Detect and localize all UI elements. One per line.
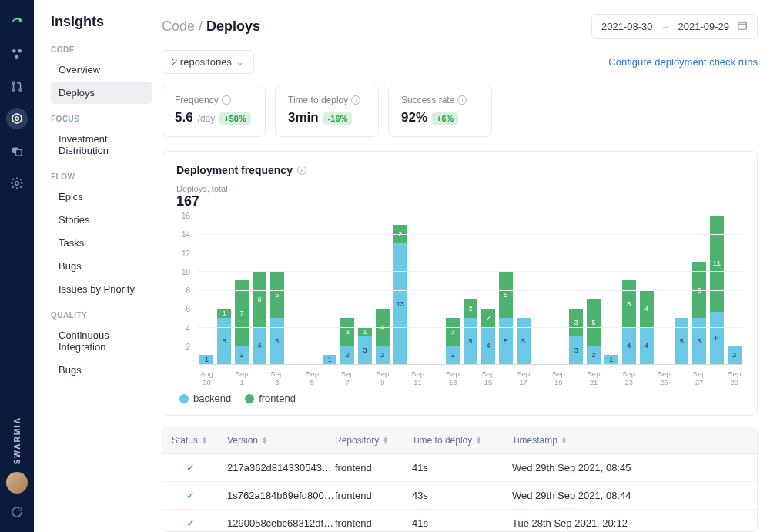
sidebar-item-overview[interactable]: Overview [51, 59, 152, 81]
sidebar-item-issues-by-priority[interactable]: Issues by Priority [51, 278, 152, 300]
breadcrumb-parent[interactable]: Code [162, 18, 195, 34]
info-icon[interactable]: i [222, 95, 231, 105]
sidebar-section-label: CODE [51, 45, 152, 54]
breadcrumb: Code / Deploys [162, 18, 260, 35]
svg-point-3 [12, 82, 15, 84]
cell-repository: frontend [326, 454, 403, 481]
info-icon[interactable]: i [297, 166, 306, 175]
cell-timestamp: Wed 29th Sep 2021, 08:45 [503, 454, 757, 481]
nav-insights-icon[interactable] [6, 108, 28, 129]
sort-icon: ▲▼ [561, 437, 567, 444]
svg-point-6 [12, 114, 22, 123]
th-time-to-deploy[interactable]: Time to deploy▲▼ [403, 427, 503, 453]
svg-point-7 [15, 117, 19, 121]
table-header: Status▲▼Version▲▼Repository▲▼Time to dep… [162, 427, 757, 454]
sidebar-item-tasks[interactable]: Tasks [51, 232, 152, 254]
chart-subtitle: Deploys, total [176, 184, 743, 193]
nav-home-icon[interactable] [6, 43, 28, 65]
info-icon[interactable]: i [457, 95, 467, 105]
brand-wordmark: SWARMIA [13, 417, 22, 464]
status-ok-icon: ✓ [162, 454, 218, 481]
chart-body: 246810121416 151274655123312413223524255… [198, 216, 743, 385]
arrow-right-icon: → [661, 21, 671, 32]
sidebar-item-bugs[interactable]: Bugs [51, 255, 152, 277]
chart-plot: 1512746551233124132235242555332514544556… [198, 216, 743, 365]
svg-point-1 [18, 49, 22, 53]
chart-legend: backendfrontend [176, 393, 743, 404]
sidebar-item-epics[interactable]: Epics [51, 186, 152, 208]
chevron-down-icon: ⌄ [236, 56, 244, 68]
sidebar-section-label: QUALITY [51, 311, 152, 320]
date-from: 2021-08-30 [601, 21, 653, 32]
sidebar-section-label: FOCUS [51, 115, 152, 123]
repository-selector[interactable]: 2 repositories ⌄ [162, 50, 254, 74]
metrics-row: Frequencyi 5.6/day+50%Time to deployi 3m… [162, 85, 758, 137]
th-version[interactable]: Version▲▼ [218, 427, 326, 453]
nav-boards-icon[interactable] [6, 140, 28, 162]
date-range-picker[interactable]: 2021-08-30 → 2021-09-29 [591, 14, 758, 39]
th-repository[interactable]: Repository▲▼ [326, 427, 403, 453]
deploys-table: Status▲▼Version▲▼Repository▲▼Time to dep… [162, 427, 758, 532]
sort-icon: ▲▼ [382, 437, 389, 444]
status-ok-icon: ✓ [162, 482, 218, 509]
nav-settings-icon[interactable] [6, 172, 28, 194]
legend-backend[interactable]: backend [179, 393, 231, 404]
sort-icon: ▲▼ [201, 437, 208, 444]
sync-icon[interactable] [6, 501, 28, 523]
y-axis: 246810121416 [176, 216, 195, 365]
cell-repository: frontend [326, 510, 403, 532]
deployment-frequency-card: Deployment frequency i Deploys, total 16… [162, 151, 758, 416]
legend-frontend[interactable]: frontend [245, 393, 296, 404]
nav-pr-icon[interactable] [6, 75, 28, 97]
calendar-icon [737, 20, 748, 33]
cell-time-to-deploy: 41s [403, 510, 503, 532]
insights-sidebar: Insights CODEOverviewDeploysFOCUSInvestm… [34, 0, 162, 532]
cell-version: 1290058cebc68312df… [218, 510, 326, 532]
sidebar-section-label: FLOW [51, 172, 152, 181]
table-row[interactable]: ✓ 1290058cebc68312df… frontend 41s Tue 2… [162, 510, 757, 532]
chart-title: Deployment frequency i [176, 164, 743, 176]
sidebar-item-continuous-integration[interactable]: Continuous Integration [51, 324, 152, 358]
app-rail: SWARMIA [0, 0, 34, 532]
logo-icon[interactable] [6, 11, 28, 32]
cell-time-to-deploy: 41s [403, 454, 503, 481]
sidebar-item-bugs[interactable]: Bugs [51, 359, 152, 381]
user-avatar[interactable] [6, 472, 28, 494]
info-icon[interactable]: i [351, 95, 360, 105]
chart-total: 167 [176, 193, 743, 209]
svg-rect-9 [16, 150, 22, 156]
cell-version: 217a362d814330543… [218, 454, 326, 481]
svg-point-5 [19, 89, 22, 91]
date-to: 2021-09-29 [678, 21, 730, 32]
metric-frequency[interactable]: Frequencyi 5.6/day+50% [162, 85, 266, 137]
status-ok-icon: ✓ [162, 510, 218, 532]
main-content: Code / Deploys 2021-08-30 → 2021-09-29 2… [162, 0, 770, 532]
topbar: Code / Deploys 2021-08-30 → 2021-09-29 [162, 14, 758, 39]
configure-check-runs-link[interactable]: Configure deployment check runs [608, 56, 758, 68]
th-timestamp[interactable]: Timestamp▲▼ [503, 427, 757, 453]
cell-repository: frontend [326, 482, 403, 509]
metric-success-rate[interactable]: Success ratei 92%+6% [388, 85, 492, 137]
metric-time-to-deploy[interactable]: Time to deployi 3min-16% [275, 85, 379, 137]
cell-version: 1s762a184b69efd800… [218, 482, 326, 509]
th-status[interactable]: Status▲▼ [162, 427, 218, 453]
cell-time-to-deploy: 43s [403, 482, 503, 509]
breadcrumb-current: Deploys [206, 18, 260, 34]
sidebar-item-investment-distribution[interactable]: Investment Distribution [51, 128, 152, 162]
sidebar-item-deploys[interactable]: Deploys [51, 82, 152, 104]
sidebar-item-stories[interactable]: Stories [51, 209, 152, 231]
table-row[interactable]: ✓ 217a362d814330543… frontend 41s Wed 29… [162, 454, 757, 482]
svg-point-10 [15, 182, 19, 186]
svg-rect-11 [738, 22, 747, 29]
sort-icon: ▲▼ [261, 437, 268, 444]
page-title: Insights [51, 14, 152, 30]
table-body: ✓ 217a362d814330543… frontend 41s Wed 29… [162, 454, 757, 532]
cell-timestamp: Tue 28th Sep 2021, 20:12 [503, 510, 757, 532]
x-axis: Aug 30Sep 1Sep 3Sep 5Sep 7Sep 9Sep 11Sep… [198, 365, 743, 385]
svg-point-2 [15, 55, 19, 59]
svg-point-4 [12, 89, 15, 91]
cell-timestamp: Wed 29th Sep 2021, 08:44 [503, 482, 757, 509]
table-row[interactable]: ✓ 1s762a184b69efd800… frontend 43s Wed 2… [162, 482, 757, 510]
sort-icon: ▲▼ [475, 437, 482, 444]
svg-point-0 [12, 49, 16, 53]
